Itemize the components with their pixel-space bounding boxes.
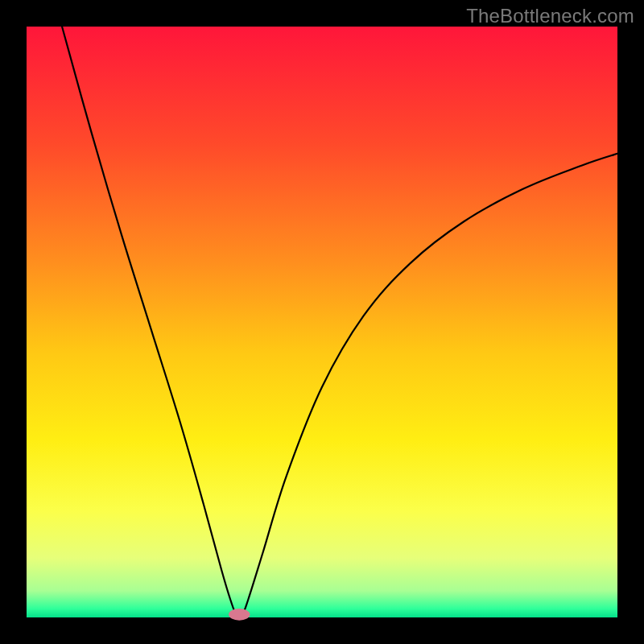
plot-background [27, 27, 617, 617]
bottleneck-chart [0, 0, 644, 644]
chart-frame: TheBottleneck.com [0, 0, 644, 644]
optimum-marker [229, 609, 250, 621]
watermark-text: TheBottleneck.com [466, 5, 634, 27]
